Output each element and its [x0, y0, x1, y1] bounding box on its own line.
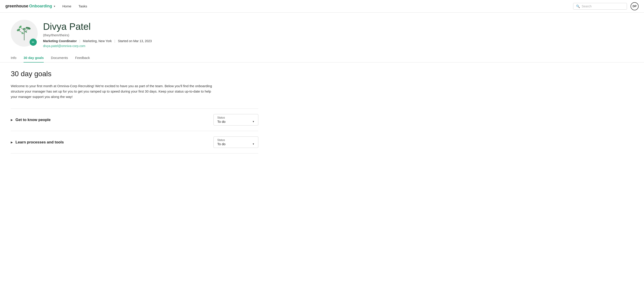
pencil-icon: ✏: [32, 40, 34, 44]
profile-title: Marketing Coordinator: [43, 39, 77, 43]
section-title: 30 day goals: [11, 70, 258, 78]
tab-documents[interactable]: Documents: [51, 53, 68, 62]
brand-greenhouse: greenhouse: [6, 4, 28, 8]
status-value-1: To do: [217, 120, 226, 123]
status-chevron-icon-1: ▼: [252, 120, 254, 123]
meta-divider-2: |: [114, 39, 115, 43]
brand-logo[interactable]: greenhouse Onboarding ▾: [6, 4, 55, 8]
goal-expand-button-1[interactable]: ▶ Get to know people: [11, 118, 51, 122]
nav-home[interactable]: Home: [62, 4, 71, 8]
brand-chevron-icon: ▾: [54, 5, 55, 8]
profile-email[interactable]: divya.patel@omniva-corp.com: [43, 44, 152, 48]
goal-item-1: ▶ Get to know people Status To do ▼: [11, 108, 258, 131]
goal-arrow-icon-2: ▶: [11, 141, 13, 144]
status-value-row-1: To do ▼: [217, 120, 254, 123]
goal-label-2: Learn processes and tools: [16, 140, 64, 145]
search-input[interactable]: [582, 4, 624, 8]
section-description: Welcome to your first month at Omniva-Co…: [11, 83, 212, 99]
avatar-container: ✏: [11, 20, 38, 47]
profile-info: Divya Patel (they/them/theirs) Marketing…: [43, 20, 152, 48]
profile-start-date: Started on Mar 13, 2023: [118, 39, 152, 43]
user-avatar[interactable]: DP: [630, 2, 638, 10]
search-icon: 🔍: [576, 4, 580, 8]
profile-tabs: Info 30 day goals Documents Feedback: [0, 53, 644, 62]
profile-department: Marketing, New York: [83, 39, 112, 43]
goal-label-1: Get to know people: [16, 118, 51, 122]
profile-meta: Marketing Coordinator | Marketing, New Y…: [43, 39, 152, 43]
status-value-2: To do: [217, 142, 226, 146]
status-value-row-2: To do ▼: [217, 142, 254, 146]
edit-avatar-button[interactable]: ✏: [30, 38, 37, 46]
status-label-1: Status: [217, 116, 254, 119]
goal-expand-button-2[interactable]: ▶ Learn processes and tools: [11, 140, 64, 145]
meta-divider-1: |: [80, 39, 80, 43]
goal-item-2: ▶ Learn processes and tools Status To do…: [11, 131, 258, 153]
svg-line-1: [19, 30, 24, 34]
goal-arrow-icon-1: ▶: [11, 118, 13, 121]
goal-row-1: ▶ Get to know people Status To do ▼: [11, 114, 258, 125]
status-dropdown-2[interactable]: Status To do ▼: [214, 136, 258, 148]
profile-pronouns: (they/them/theirs): [43, 33, 152, 37]
search-bar[interactable]: 🔍: [573, 3, 627, 10]
goal-row-2: ▶ Learn processes and tools Status To do…: [11, 136, 258, 148]
nav-tasks[interactable]: Tasks: [78, 4, 87, 8]
nav-links: Home Tasks: [62, 4, 87, 8]
tab-30-day-goals[interactable]: 30 day goals: [24, 53, 44, 62]
tab-feedback[interactable]: Feedback: [75, 53, 90, 62]
profile-header: ✏ Divya Patel (they/them/theirs) Marketi…: [0, 12, 644, 53]
navbar: greenhouse Onboarding ▾ Home Tasks 🔍 DP: [0, 0, 644, 12]
brand-onboarding: Onboarding: [29, 4, 52, 8]
status-label-2: Status: [217, 138, 254, 142]
status-dropdown-1[interactable]: Status To do ▼: [214, 114, 258, 125]
profile-name: Divya Patel: [43, 21, 152, 32]
main-content: 30 day goals Welcome to your first month…: [0, 62, 269, 161]
tab-info[interactable]: Info: [11, 53, 16, 62]
status-chevron-icon-2: ▼: [252, 143, 254, 145]
bottom-divider: [11, 153, 258, 154]
